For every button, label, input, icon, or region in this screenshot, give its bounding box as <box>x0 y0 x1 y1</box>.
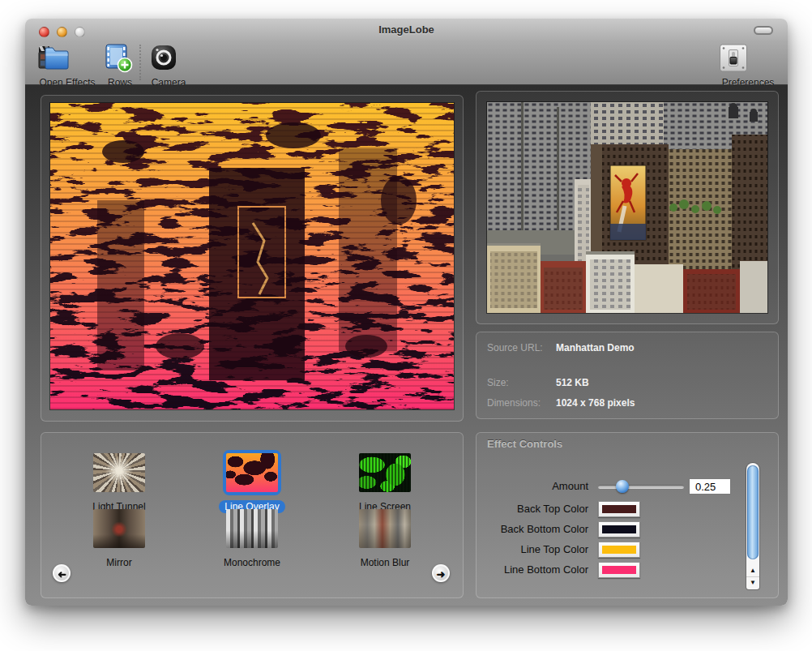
film-rows-add-icon <box>103 43 137 74</box>
effects-browser-panel: Light Tunnel Line Overlay Line Screen Mi… <box>41 432 464 598</box>
info-row-dimensions: Dimensions: 1024 x 768 pixels <box>477 397 778 410</box>
line-top-color-row: Line Top Color <box>477 541 778 559</box>
info-row-source-url: Source URL: Manhattan Demo <box>477 342 778 355</box>
line-top-color-well[interactable] <box>598 542 640 558</box>
window-title: ImageLobe <box>25 19 788 41</box>
line-top-color-chip <box>602 546 636 554</box>
effect-item-line-overlay[interactable]: Line Overlay <box>205 450 299 513</box>
effect-label: Monochrome <box>218 556 286 569</box>
motion-blur-thumbnail[interactable] <box>359 509 411 548</box>
line-bottom-color-chip <box>602 566 636 574</box>
next-effects-button[interactable]: ➜ <box>432 564 450 582</box>
preferences-button[interactable]: Preferences <box>718 43 778 89</box>
effect-item-motion-blur[interactable]: Motion Blur <box>338 506 432 569</box>
preview-panel <box>41 95 464 422</box>
amount-label: Amount <box>477 478 588 495</box>
amount-slider-knob[interactable] <box>616 480 629 493</box>
toolbar-separator <box>139 45 141 80</box>
effects-folder-icon <box>35 43 100 74</box>
back-bottom-color-chip <box>602 525 636 533</box>
rows-button[interactable]: Rows <box>103 43 137 89</box>
line-bottom-color-label: Line Bottom Color <box>477 561 588 579</box>
zoom-button[interactable] <box>75 27 85 37</box>
size-value: 512 KB <box>556 377 589 388</box>
controls-scrollbar[interactable]: ▲ ▼ <box>746 463 759 589</box>
close-button[interactable] <box>39 27 49 37</box>
back-bottom-color-well[interactable] <box>598 521 640 538</box>
triangle-down-icon: ▼ <box>750 579 756 586</box>
title-bar[interactable]: ImageLobe <box>25 19 788 41</box>
content-area: Source URL: Manhattan Demo Size: 512 KB … <box>25 85 788 606</box>
source-image <box>487 102 767 313</box>
dimensions-value: 1024 x 768 pixels <box>556 397 635 409</box>
open-effects-button[interactable]: Open Effects <box>35 43 100 89</box>
light-tunnel-thumbnail[interactable] <box>93 453 145 492</box>
effect-item-monochrome[interactable]: Monochrome <box>205 506 299 569</box>
app-window: ImageLobe <box>25 19 788 606</box>
back-top-color-chip <box>602 505 636 513</box>
amount-input[interactable] <box>689 478 731 495</box>
source-url-label: Source URL: <box>487 342 543 353</box>
toolbar-toggle-pill-button[interactable] <box>754 26 773 35</box>
back-top-color-well[interactable] <box>598 501 640 517</box>
mirror-thumbnail[interactable] <box>93 509 145 548</box>
effect-preview-image <box>50 103 454 409</box>
monochrome-thumbnail[interactable] <box>226 509 278 548</box>
dimensions-label: Dimensions: <box>487 397 541 409</box>
effect-item-line-screen[interactable]: Line Screen <box>338 450 432 513</box>
line-overlay-thumbnail[interactable] <box>226 453 278 492</box>
line-screen-thumbnail[interactable] <box>359 453 411 492</box>
source-url-value: Manhattan Demo <box>556 342 635 353</box>
effect-controls-panel: Effect Controls Amount Back Top Color Ba… <box>476 432 779 598</box>
amount-slider[interactable] <box>598 485 684 489</box>
effect-item-light-tunnel[interactable]: Light Tunnel <box>72 450 166 513</box>
minimize-button[interactable] <box>57 27 67 37</box>
previous-effects-button[interactable]: ➜ <box>53 564 71 582</box>
size-label: Size: <box>487 377 509 388</box>
back-top-color-row: Back Top Color <box>477 500 778 518</box>
effect-label: Mirror <box>100 556 137 569</box>
triangle-up-icon: ▲ <box>750 567 756 574</box>
desktop: { "window": { "title": "ImageLobe" }, "t… <box>0 0 812 651</box>
camera-button[interactable]: Camera <box>148 43 189 89</box>
line-bottom-color-row: Line Bottom Color <box>477 561 778 579</box>
line-top-color-label: Line Top Color <box>477 541 588 559</box>
line-bottom-color-well[interactable] <box>598 562 640 578</box>
scroll-down-button[interactable]: ▼ <box>746 576 759 588</box>
toolbar: Open Effects <box>25 41 788 85</box>
effect-label: Motion Blur <box>355 556 416 569</box>
arrow-right-icon: ➜ <box>437 568 446 580</box>
back-top-color-label: Back Top Color <box>477 500 588 518</box>
effect-controls-title: Effect Controls <box>487 438 562 450</box>
info-panel: Source URL: Manhattan Demo Size: 512 KB … <box>476 332 779 419</box>
scroll-up-button[interactable]: ▲ <box>746 565 759 576</box>
source-panel <box>476 91 779 324</box>
scrollbar-thumb[interactable] <box>747 465 759 559</box>
light-switch-icon <box>718 43 778 74</box>
camera-icon <box>148 43 189 74</box>
back-bottom-color-row: Back Bottom Color <box>477 520 778 538</box>
info-row-size: Size: 512 KB <box>477 377 778 390</box>
arrow-left-icon: ➜ <box>58 566 66 584</box>
effect-item-mirror[interactable]: Mirror <box>72 506 166 569</box>
amount-row: Amount <box>477 478 778 495</box>
back-bottom-color-label: Back Bottom Color <box>477 520 588 538</box>
